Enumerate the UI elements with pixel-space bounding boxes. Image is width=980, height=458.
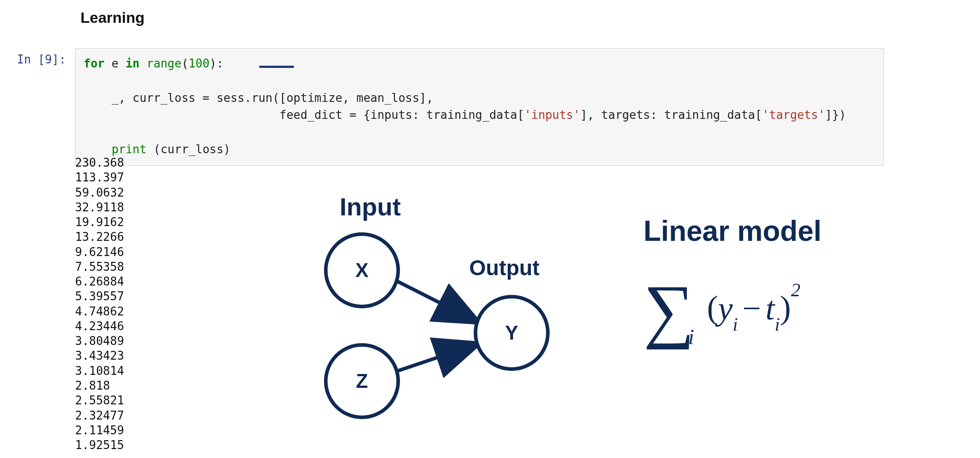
var-t-sub: i bbox=[775, 314, 780, 335]
code-text bbox=[84, 91, 112, 105]
node-z: Z bbox=[324, 343, 400, 419]
code-cell[interactable]: for e in range(100): _, curr_loss = sess… bbox=[75, 48, 884, 166]
page-root: Learning In [9]: for e in range(100): _,… bbox=[0, 0, 980, 458]
svg-line-0 bbox=[398, 282, 477, 322]
exponent-2: 2 bbox=[791, 280, 800, 300]
var-y-sub: i bbox=[733, 314, 738, 335]
fn-print: print bbox=[112, 143, 147, 156]
sigma-subscript: i bbox=[688, 326, 694, 348]
sigma-glyph: ∑ bbox=[644, 270, 694, 350]
fn-range: range bbox=[147, 57, 181, 70]
network-diagram: Input Output X Z Y bbox=[304, 183, 617, 451]
str-inputs: 'inputs' bbox=[524, 108, 580, 122]
svg-line-1 bbox=[398, 344, 477, 371]
code-text: ): bbox=[210, 57, 223, 70]
code-text bbox=[84, 143, 112, 156]
sigma-symbol: ∑ i bbox=[644, 274, 694, 346]
str-targets: 'targets' bbox=[762, 108, 825, 122]
cell-prompt: In [9]: bbox=[17, 53, 66, 66]
minus-sign: − bbox=[738, 290, 765, 327]
num-100: 100 bbox=[189, 57, 210, 70]
section-heading: Learning bbox=[80, 9, 145, 26]
code-text: feed_dict = {inputs: training_data[ bbox=[84, 108, 524, 122]
kw-in: in bbox=[126, 57, 139, 70]
code-text: e bbox=[105, 57, 126, 70]
code-text: ( bbox=[181, 57, 189, 70]
code-text: (curr_loss) bbox=[147, 143, 231, 156]
var-t: t bbox=[765, 290, 775, 327]
formula-expression: (yi−ti)2 bbox=[707, 290, 800, 331]
annotation-underline bbox=[259, 66, 294, 68]
code-text: ], targets: training_data[ bbox=[580, 108, 762, 122]
code-text bbox=[139, 57, 147, 70]
loss-formula: ∑ i (yi−ti)2 bbox=[644, 274, 930, 346]
kw-for: for bbox=[84, 57, 105, 70]
code-text: ]}) bbox=[825, 108, 846, 122]
var-y: y bbox=[718, 290, 733, 327]
code-text: _, curr_loss = sess.run([optimize, mean_… bbox=[112, 91, 433, 105]
paren-close: ) bbox=[780, 289, 791, 326]
math-title: Linear model bbox=[644, 214, 930, 248]
node-y: Y bbox=[474, 295, 550, 371]
paren-open: ( bbox=[707, 289, 718, 326]
cell-output: 230.368 113.397 59.0632 32.9118 19.9162 … bbox=[75, 155, 124, 453]
node-x: X bbox=[324, 232, 400, 308]
math-block: Linear model ∑ i (yi−ti)2 bbox=[644, 214, 930, 346]
